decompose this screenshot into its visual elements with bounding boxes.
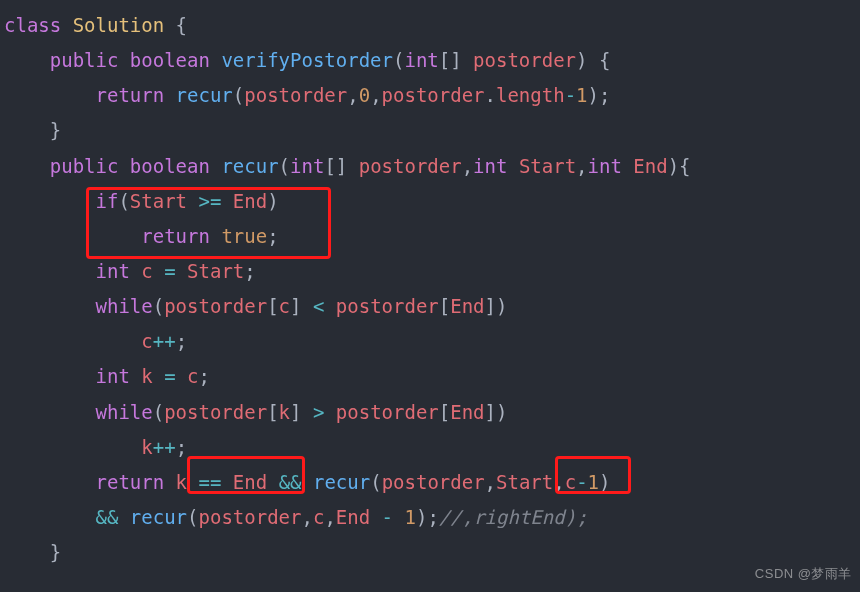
kw-int-arr-2: int — [290, 155, 324, 177]
param-postorder: postorder — [473, 49, 576, 71]
prop-length: length — [496, 84, 565, 106]
arg-start: Start — [496, 471, 553, 493]
kw-boolean: boolean — [130, 49, 210, 71]
var-postorder-3: postorder — [164, 295, 267, 317]
num-0: 0 — [359, 84, 370, 106]
var-c-inc: c — [141, 330, 152, 352]
fn-recur-call-3: recur — [130, 506, 187, 528]
kw-public-2: public — [50, 155, 119, 177]
num-1: 1 — [576, 84, 587, 106]
kw-int-2: int — [473, 155, 507, 177]
var-c: c — [279, 295, 290, 317]
num-1-3: 1 — [405, 506, 416, 528]
kw-if: if — [96, 190, 119, 212]
arg-postorder-4: postorder — [199, 506, 302, 528]
var-end-4: End — [233, 471, 267, 493]
kw-boolean-2: boolean — [130, 155, 210, 177]
arg-postorder: postorder — [244, 84, 347, 106]
var-end: End — [233, 190, 267, 212]
var-postorder-4: postorder — [336, 295, 439, 317]
var-k-2: k — [176, 471, 187, 493]
var-k-inc: k — [141, 436, 152, 458]
kw-return: return — [96, 84, 165, 106]
class-name: Solution — [73, 14, 165, 36]
var-end-5: End — [336, 506, 370, 528]
var-end-2: End — [450, 295, 484, 317]
var-c-2: c — [187, 365, 198, 387]
kw-class: class — [4, 14, 61, 36]
kw-true: true — [221, 225, 267, 247]
var-c-3: c — [565, 471, 576, 493]
var-k: k — [279, 401, 290, 423]
var-start-2: Start — [187, 260, 244, 282]
watermark: CSDN @梦雨羊 — [755, 562, 852, 586]
var-c-decl: c — [141, 260, 152, 282]
var-postorder-6: postorder — [336, 401, 439, 423]
fn-recur-def: recur — [221, 155, 278, 177]
kw-int-3: int — [588, 155, 622, 177]
kw-return-3: return — [96, 471, 165, 493]
fn-recur-call-2: recur — [313, 471, 370, 493]
fn-recur-call: recur — [176, 84, 233, 106]
param-start: Start — [519, 155, 576, 177]
kw-public: public — [50, 49, 119, 71]
kw-int-arr: int — [404, 49, 438, 71]
var-k-decl: k — [141, 365, 152, 387]
param-postorder-2: postorder — [359, 155, 462, 177]
kw-while: while — [96, 295, 153, 317]
num-1-2: 1 — [588, 471, 599, 493]
fn-verify: verifyPostorder — [221, 49, 393, 71]
comment: //,rightEnd); — [439, 506, 588, 528]
var-end-3: End — [450, 401, 484, 423]
kw-int-4: int — [96, 260, 130, 282]
arg-postorder-2: postorder — [382, 84, 485, 106]
kw-while-2: while — [96, 401, 153, 423]
kw-int-5: int — [96, 365, 130, 387]
arg-postorder-3: postorder — [382, 471, 485, 493]
code-block: class Solution { public boolean verifyPo… — [0, 0, 860, 578]
param-end: End — [633, 155, 667, 177]
var-postorder-5: postorder — [164, 401, 267, 423]
var-start: Start — [130, 190, 187, 212]
var-c-4: c — [313, 506, 324, 528]
kw-return-2: return — [141, 225, 210, 247]
